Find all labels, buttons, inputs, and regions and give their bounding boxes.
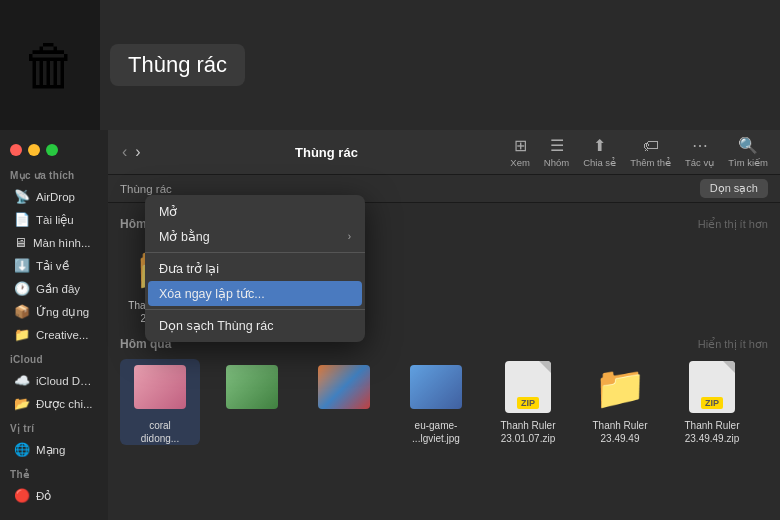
sidebar-item-icloud-drive[interactable]: ☁️ iCloud Dri... [4, 369, 104, 392]
clean-trash-button[interactable]: Dọn sạch [700, 179, 768, 198]
downloads-icon: ⬇️ [14, 258, 30, 273]
search-label: Tìm kiếm [728, 157, 768, 168]
zip-icon-container3 [684, 359, 740, 415]
red-tag-icon: 🔴 [14, 488, 30, 503]
ctx-open-with[interactable]: Mở bằng › [145, 224, 365, 249]
group-label: Nhóm [544, 157, 569, 168]
file-item-thanh-ruler-folder2[interactable]: 📁 Thanh Ruler23.49.49 [580, 359, 660, 445]
file-item-thanh-ruler-zip3[interactable]: Thanh Ruler23.49.49.zip [672, 359, 752, 445]
ctx-empty-trash[interactable]: Dọn sạch Thùng rác [145, 313, 365, 338]
today-toggle[interactable]: Hiển thị ít hơn [698, 218, 768, 231]
more-label: Tác vụ [685, 157, 714, 168]
yesterday-files: coraldidong... [120, 359, 768, 445]
sidebar-item-downloads[interactable]: ⬇️ Tải về [4, 254, 104, 277]
path-item: Thùng rác [120, 183, 172, 195]
thumbnail-image [134, 365, 186, 409]
file-name: eu-game-...lgviet.jpg [412, 419, 460, 445]
forward-button[interactable]: › [133, 143, 142, 161]
thumbnail-image [410, 365, 462, 409]
thumbnail-image [226, 365, 278, 409]
dock-area: 🗑 Thùng rác [0, 0, 780, 130]
apps-icon: 📦 [14, 304, 30, 319]
thumb-green-icon [224, 359, 280, 415]
yesterday-toggle[interactable]: Hiển thị ít hơn [698, 338, 768, 351]
share-label: Chia sẻ [583, 157, 616, 168]
tags-label: Thẻ [0, 461, 108, 484]
zip-icon-container2 [500, 359, 556, 415]
zip-fold3 [723, 361, 735, 373]
icloud-drive-icon: ☁️ [14, 373, 30, 388]
nav-buttons: ‹ › [120, 143, 143, 161]
recent-icon: 🕐 [14, 281, 30, 296]
file-name: Thanh Ruler23.01.07.zip [500, 419, 555, 445]
sidebar: Mục ưa thích 📡 AirDrop 📄 Tài liệu 🖥 Màn … [0, 130, 108, 520]
sidebar-item-icloud-shared[interactable]: 📂 Được chi... [4, 392, 104, 415]
sidebar-item-apps[interactable]: 📦 Ứng dụng [4, 300, 104, 323]
file-item-thanh-ruler-zip2[interactable]: Thanh Ruler23.01.07.zip [488, 359, 568, 445]
sidebar-item-label: Tài liệu [36, 213, 74, 227]
search-icon: 🔍 [738, 136, 758, 155]
sidebar-item-network[interactable]: 🌐 Mạng [4, 438, 104, 461]
sidebar-item-label: Mạng [36, 443, 65, 457]
zip-icon2 [505, 361, 551, 413]
sidebar-item-label: Gần đây [36, 282, 80, 296]
zip-icon3 [689, 361, 735, 413]
airdrop-icon: 📡 [14, 189, 30, 204]
context-menu: Mở Mở bằng › Đưa trở lại Xóa ngay lập tứ… [145, 195, 365, 342]
maximize-button[interactable] [46, 144, 58, 156]
sidebar-item-airdrop[interactable]: 📡 AirDrop [4, 185, 104, 208]
favorites-label: Mục ưa thích [0, 162, 108, 185]
file-item-coral[interactable]: coraldidong... [120, 359, 200, 445]
trash-tooltip: Thùng rác [110, 44, 245, 86]
toolbar-actions: ⊞ Xem ☰ Nhóm ⬆ Chia sẻ 🏷 Thêm thẻ ⋯ T [510, 136, 768, 168]
file-item-multi[interactable] [304, 359, 384, 445]
main-area: Mục ưa thích 📡 AirDrop 📄 Tài liệu 🖥 Màn … [0, 130, 780, 520]
dock-trash-icon[interactable]: 🗑 [0, 0, 100, 130]
share-action[interactable]: ⬆ Chia sẻ [583, 136, 616, 168]
file-item-game[interactable]: eu-game-...lgviet.jpg [396, 359, 476, 445]
tag-icon: 🏷 [643, 137, 659, 155]
thumb-pink-icon [132, 359, 188, 415]
sidebar-item-creative[interactable]: 📁 Creative... [4, 323, 104, 346]
ctx-restore-label: Đưa trở lại [159, 261, 219, 276]
tag-action[interactable]: 🏷 Thêm thẻ [630, 137, 671, 168]
desktop-icon: 🖥 [14, 235, 27, 250]
back-button[interactable]: ‹ [120, 143, 129, 161]
sidebar-item-label: AirDrop [36, 191, 75, 203]
sidebar-item-recent[interactable]: 🕐 Gần đây [4, 277, 104, 300]
group-action[interactable]: ☰ Nhóm [544, 136, 569, 168]
more-icon: ⋯ [692, 136, 708, 155]
thumb-game-icon [408, 359, 464, 415]
sidebar-item-red-tag[interactable]: 🔴 Đỏ [4, 484, 104, 507]
finder-toolbar: ‹ › Thùng rác ⊞ Xem ☰ Nhóm ⬆ Chia sẻ 🏷 [108, 130, 780, 175]
icloud-shared-icon: 📂 [14, 396, 30, 411]
minimize-button[interactable] [28, 144, 40, 156]
ctx-restore[interactable]: Đưa trở lại [145, 256, 365, 281]
sidebar-item-label: Tải về [36, 259, 69, 273]
sidebar-item-documents[interactable]: 📄 Tài liệu [4, 208, 104, 231]
zip-fold2 [539, 361, 551, 373]
view-action[interactable]: ⊞ Xem [510, 136, 530, 168]
sidebar-item-label: Ứng dụng [36, 305, 89, 319]
ctx-arrow-icon: › [348, 231, 351, 242]
sidebar-item-label: iCloud Dri... [36, 375, 94, 387]
more-action[interactable]: ⋯ Tác vụ [685, 136, 714, 168]
network-icon: 🌐 [14, 442, 30, 457]
ctx-empty-label: Dọn sạch Thùng rác [159, 318, 273, 333]
creative-icon: 📁 [14, 327, 30, 342]
ctx-open[interactable]: Mở [145, 199, 365, 224]
trash-emoji: 🗑 [22, 33, 78, 98]
traffic-lights [0, 138, 108, 162]
sidebar-item-label: Creative... [36, 329, 88, 341]
file-item-green[interactable] [212, 359, 292, 445]
close-button[interactable] [10, 144, 22, 156]
search-action[interactable]: 🔍 Tìm kiếm [728, 136, 768, 168]
sidebar-item-desktop[interactable]: 🖥 Màn hình... [4, 231, 104, 254]
window-title: Thùng rác [151, 145, 503, 160]
ctx-delete-label: Xóa ngay lập tức... [159, 286, 265, 301]
ctx-divider2 [145, 309, 365, 310]
file-name: Thanh Ruler23.49.49 [592, 419, 647, 445]
ctx-delete-now[interactable]: Xóa ngay lập tức... [148, 281, 362, 306]
file-name: Thanh Ruler23.49.49.zip [684, 419, 739, 445]
ctx-open-with-label: Mở bằng [159, 229, 210, 244]
